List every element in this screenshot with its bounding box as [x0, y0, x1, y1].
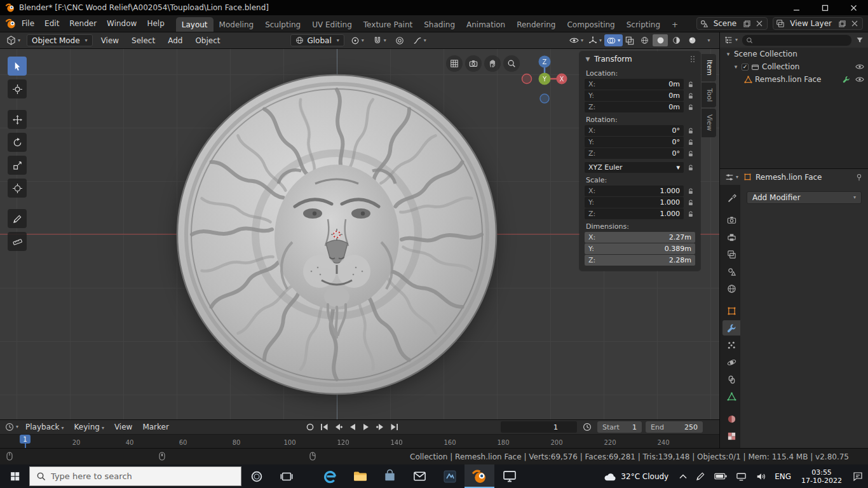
workspace-tab-scripting[interactable]: Scripting [621, 17, 666, 32]
workspace-tab-rendering[interactable]: Rendering [511, 17, 561, 32]
menu-window[interactable]: Window [102, 19, 142, 28]
menu-edit[interactable]: Edit [39, 19, 64, 28]
measure-tool[interactable] [8, 232, 27, 251]
transform-panel-header[interactable]: ▼ Transform [580, 51, 700, 66]
shading-options-dropdown[interactable]: ▾ [700, 34, 715, 46]
frame-end-field[interactable]: End250 [646, 421, 703, 433]
location-z-field[interactable]: Z:0m [585, 102, 684, 112]
rotation-z-field[interactable]: Z:0° [585, 148, 684, 159]
playhead[interactable]: 1 [20, 435, 31, 444]
lock-icon[interactable] [686, 92, 695, 100]
proportional-edit-toggle[interactable] [393, 34, 407, 46]
search-input[interactable] [51, 471, 210, 481]
location-x-field[interactable]: X:0m [585, 79, 684, 90]
properties-editor-type-button[interactable]: ▾ [724, 171, 740, 183]
timeline-editor-type-button[interactable]: ▾ [4, 421, 20, 433]
outliner-row-object[interactable]: Remesh.lion Face [720, 73, 868, 86]
pin-icon[interactable] [854, 172, 864, 182]
outliner-row-scene-collection[interactable]: ▾ Scene Collection [720, 48, 868, 60]
tab-tool[interactable] [722, 190, 740, 205]
dimensions-y-field[interactable]: Y:0.389m [585, 243, 695, 254]
location-y-field[interactable]: Y:0m [585, 90, 684, 101]
tab-render[interactable] [722, 212, 740, 227]
hide-object-eye-icon[interactable] [855, 74, 865, 85]
lock-icon[interactable] [686, 210, 695, 218]
navigation-gizmo[interactable]: Z X Y [520, 54, 569, 107]
add-modifier-dropdown[interactable]: Add Modifier▾ [747, 191, 862, 204]
play-button[interactable] [360, 421, 372, 433]
collection-checkbox[interactable]: ✓ [742, 64, 749, 71]
sidebar-tab-item[interactable]: Item [702, 54, 716, 81]
shading-material-button[interactable] [668, 34, 684, 46]
tab-material[interactable] [722, 411, 740, 426]
shading-wireframe-button[interactable] [637, 34, 652, 46]
frame-start-field[interactable]: Start1 [597, 421, 642, 433]
lock-icon[interactable] [686, 139, 695, 146]
rotate-tool[interactable] [8, 133, 27, 152]
outliner-editor-type-button[interactable]: ▾ [723, 34, 739, 46]
workspace-tab-modeling[interactable]: Modeling [214, 17, 260, 32]
prev-keyframe-button[interactable] [332, 421, 344, 433]
workspace-tab-shading[interactable]: Shading [418, 17, 461, 32]
camera-view-button[interactable] [465, 55, 482, 72]
menu-view[interactable]: View [97, 36, 123, 45]
tab-view-layer[interactable] [722, 247, 740, 262]
menu-select[interactable]: Select [127, 36, 159, 45]
viewport-3d[interactable]: Z X Y ▼ Transform Location: X:0m Y:0m Z:… [0, 49, 719, 419]
tab-texture[interactable] [722, 428, 740, 444]
zoom-view-button[interactable] [503, 55, 520, 72]
toggle-grid-button[interactable] [446, 55, 463, 72]
close-button[interactable] [839, 0, 868, 15]
lock-icon[interactable] [686, 104, 695, 111]
timeline-ruler[interactable]: 20 40 60 80 100 120 140 160 180 200 220 … [0, 434, 719, 448]
lock-icon[interactable] [686, 199, 695, 207]
scale-x-field[interactable]: X:1.000 [585, 186, 684, 196]
menu-render[interactable]: Render [64, 19, 102, 28]
lock-icon[interactable] [686, 164, 695, 172]
blender-app-icon[interactable] [5, 18, 17, 29]
panel-drag-dots-icon[interactable] [690, 55, 695, 63]
new-view-layer-button[interactable] [837, 18, 847, 29]
remove-view-layer-button[interactable] [850, 18, 860, 29]
lock-icon[interactable] [686, 187, 695, 195]
scale-z-field[interactable]: Z:1.000 [585, 208, 684, 219]
transform-orientation-dropdown[interactable]: Global▾ [290, 34, 344, 46]
lock-icon[interactable] [686, 127, 695, 135]
lock-icon[interactable] [686, 150, 695, 158]
tab-scene[interactable] [722, 264, 740, 279]
workspace-tab-uv-editing[interactable]: UV Editing [306, 17, 358, 32]
expand-triangle-icon[interactable]: ▾ [725, 51, 731, 57]
outliner-search-input[interactable] [742, 35, 851, 46]
tray-battery-icon[interactable] [710, 464, 731, 488]
editor-type-button[interactable]: ▾ [4, 34, 23, 46]
app-icon-2[interactable] [494, 464, 524, 488]
xray-toggle[interactable] [623, 34, 637, 46]
add-workspace-button[interactable]: + [666, 17, 684, 32]
rotation-x-field[interactable]: X:0° [585, 125, 684, 136]
shading-solid-button[interactable] [653, 34, 668, 46]
edge-button[interactable] [315, 464, 345, 488]
cortana-button[interactable] [241, 464, 271, 488]
view-layer-selector[interactable]: View Layer [773, 17, 863, 30]
hide-collection-eye-icon[interactable] [855, 62, 865, 72]
jump-to-start-button[interactable] [318, 421, 330, 433]
taskbar-search[interactable] [29, 466, 241, 486]
proportional-falloff-dropdown[interactable]: ▾ [410, 34, 429, 46]
current-frame-field[interactable]: 1 [501, 421, 577, 433]
tray-volume-icon[interactable] [751, 464, 770, 488]
language-indicator[interactable]: ENG [770, 464, 796, 488]
gizmos-dropdown[interactable]: ▾ [586, 34, 604, 46]
expand-triangle-icon[interactable]: ▾ [733, 64, 739, 70]
transform-tool[interactable] [8, 179, 27, 198]
action-center-button[interactable] [848, 464, 868, 488]
tab-world[interactable] [722, 281, 740, 296]
move-tool[interactable] [8, 110, 27, 129]
workspace-tab-animation[interactable]: Animation [461, 17, 511, 32]
weather-button[interactable]: 32°C Cloudy [597, 471, 675, 482]
menu-keying[interactable]: Keying▾ [70, 423, 109, 431]
lock-icon[interactable] [686, 81, 695, 88]
menu-playback[interactable]: Playback▾ [21, 423, 69, 431]
tray-network-icon[interactable] [731, 464, 751, 488]
file-explorer-button[interactable] [345, 464, 375, 488]
tab-output[interactable] [722, 229, 740, 245]
